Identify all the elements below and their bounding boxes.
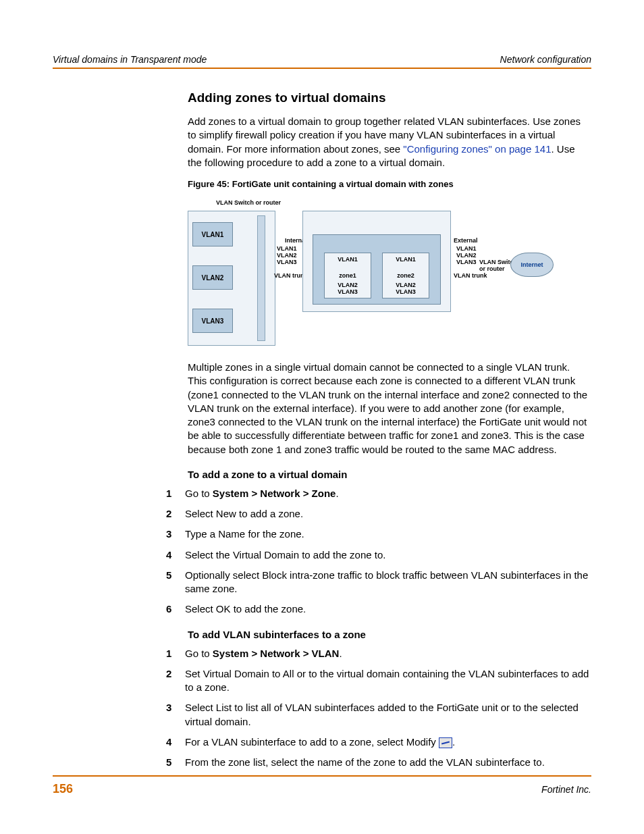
external-label: External bbox=[454, 238, 478, 244]
zone2-vlans-below: VLAN2 VLAN3 bbox=[383, 282, 429, 295]
proc1-step4: Select the Virtual Domain to add the zon… bbox=[166, 548, 591, 562]
proc1-step1: Go to System > Network > Zone. bbox=[166, 487, 591, 500]
zones-crossref-link[interactable]: "Configuring zones" on page 141 bbox=[403, 143, 551, 155]
proc2-step5: From the zone list, select the name of t… bbox=[166, 756, 591, 769]
proc1-step2: Select New to add a zone. bbox=[166, 507, 591, 521]
figure-caption: Figure 45: FortiGate unit containing a v… bbox=[188, 179, 591, 189]
proc2-step4-b: . bbox=[452, 736, 455, 748]
virtual-domain-box: VLAN1 zone1 VLAN2 VLAN3 VLAN1 zone2 VLAN… bbox=[313, 234, 441, 305]
proc1-step1-c: . bbox=[336, 488, 338, 499]
proc2-step4-a: For a VLAN subinterface to add to a zone… bbox=[185, 736, 439, 748]
modify-icon bbox=[439, 737, 452, 748]
vlan-switch-block: VLAN1 VLAN2 VLAN3 bbox=[188, 211, 275, 346]
proc2-step4: For a VLAN subinterface to add to a zone… bbox=[166, 735, 591, 749]
zone1-vlan1-label: VLAN1 bbox=[325, 256, 371, 263]
vlan1-box: VLAN1 bbox=[192, 222, 233, 246]
proc1-step5: Optionally select Block intra-zone traff… bbox=[166, 569, 591, 596]
procedure1-list: Go to System > Network > Zone. Select Ne… bbox=[188, 487, 591, 617]
proc1-step1-a: Go to bbox=[185, 488, 213, 499]
vlan-trunk-bar bbox=[257, 215, 265, 341]
proc1-step3: Type a Name for the zone. bbox=[166, 527, 591, 541]
figure-diagram: VLAN Switch or router VLAN1 VLAN2 VLAN3 … bbox=[188, 193, 552, 348]
running-head-left: Virtual domains in Transparent mode bbox=[53, 54, 207, 65]
procedure2-list: Go to System > Network > VLAN. Set Virtu… bbox=[188, 647, 591, 770]
running-head-right: Network configuration bbox=[500, 54, 591, 65]
proc2-step1: Go to System > Network > VLAN. bbox=[166, 647, 591, 660]
zone2-box: VLAN1 zone2 VLAN2 VLAN3 bbox=[382, 253, 429, 298]
zone2-vlan1-label: VLAN1 bbox=[383, 256, 429, 263]
proc2-step1-c: . bbox=[339, 648, 342, 659]
fortigate-block: Virtual Domain VLAN1 zone1 VLAN2 VLAN3 V… bbox=[302, 211, 451, 312]
zone1-label: zone1 bbox=[325, 272, 371, 279]
proc1-step6: Select OK to add the zone. bbox=[166, 602, 591, 616]
proc2-step1-a: Go to bbox=[185, 648, 213, 659]
footer-rule bbox=[53, 775, 591, 777]
zone1-vlans-below: VLAN2 VLAN3 bbox=[325, 282, 371, 295]
section-heading: Adding zones to virtual domains bbox=[188, 90, 591, 105]
trunk-vlans-left: VLAN1 VLAN2 VLAN3 bbox=[277, 246, 297, 266]
header-rule bbox=[53, 68, 591, 69]
switch-title-label: VLAN Switch or router bbox=[216, 200, 281, 207]
zone1-box: VLAN1 zone1 VLAN2 VLAN3 bbox=[324, 253, 371, 298]
proc1-step1-b: System > Network > Zone bbox=[213, 488, 336, 499]
procedure1-heading: To add a zone to a virtual domain bbox=[188, 469, 591, 480]
proc2-step1-b: System > Network > VLAN bbox=[213, 648, 340, 659]
explanation-paragraph: Multiple zones in a single virtual domai… bbox=[188, 361, 591, 457]
proc2-step2: Set Virtual Domain to All or to the virt… bbox=[166, 667, 591, 695]
intro-paragraph: Add zones to a virtual domain to group t… bbox=[188, 115, 591, 170]
page-footer: 156 Fortinet Inc. bbox=[53, 775, 591, 796]
procedure2-heading: To add VLAN subinterfaces to a zone bbox=[188, 629, 591, 640]
vlan-trunk-right-label: VLAN trunk bbox=[454, 273, 487, 280]
trunk-vlans-right: VLAN1 VLAN2 VLAN3 bbox=[456, 246, 477, 266]
zone2-label: zone2 bbox=[383, 272, 429, 279]
proc2-step3: Select List to list all of VLAN subinter… bbox=[166, 701, 591, 729]
internet-cloud: Internet bbox=[510, 253, 554, 277]
vlan2-box: VLAN2 bbox=[192, 265, 233, 290]
company-name: Fortinet Inc. bbox=[541, 784, 591, 795]
vlan3-box: VLAN3 bbox=[192, 309, 233, 333]
page-number: 156 bbox=[53, 782, 73, 796]
